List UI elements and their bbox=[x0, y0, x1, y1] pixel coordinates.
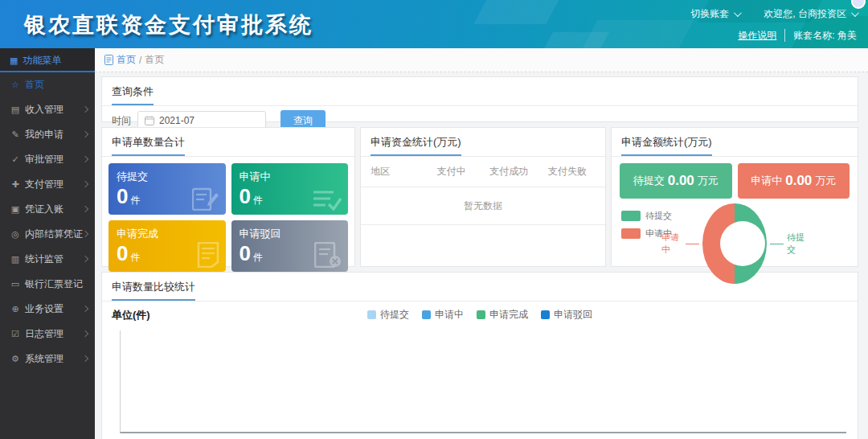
card-completed[interactable]: 申请完成 0件 bbox=[108, 220, 226, 272]
legend-swatch bbox=[541, 310, 550, 319]
calendar-icon bbox=[145, 116, 154, 125]
link-icon: ⊕ bbox=[10, 297, 21, 322]
sidebar-item-system-management[interactable]: ⚙系统管理 bbox=[0, 347, 95, 371]
time-label: 时间 bbox=[112, 114, 131, 128]
legend-swatch-red bbox=[621, 228, 641, 239]
table-header-row: 地区 支付中 支付成功 支付失败 bbox=[361, 157, 605, 187]
document-icon: ▤ bbox=[10, 97, 21, 122]
list-check-icon bbox=[313, 188, 342, 211]
donut-chart[interactable] bbox=[702, 203, 766, 284]
donut-callout-line bbox=[686, 244, 699, 244]
legend-item[interactable]: 申请驳回 bbox=[541, 308, 592, 322]
sidebar-item-business-settings[interactable]: ⊕业务设置 bbox=[0, 297, 95, 322]
sidebar: ▦功能菜单 ☆首页 ▤收入管理 ✎我的申请 ✓审批管理 ✚支付管理 ▣凭证入账 … bbox=[0, 48, 95, 439]
header-deco-shape bbox=[473, 0, 563, 24]
legend-item[interactable]: 申请完成 bbox=[477, 308, 528, 322]
chevron-right-icon bbox=[82, 306, 88, 312]
chevron-right-icon bbox=[82, 231, 88, 237]
col-success: 支付成功 bbox=[478, 165, 539, 178]
sidebar-item-home[interactable]: ☆首页 bbox=[0, 72, 95, 97]
sidebar-item-log-management[interactable]: ☑日志管理 bbox=[0, 322, 95, 347]
operation-guide-link[interactable]: 操作说明 bbox=[738, 29, 776, 43]
pending-amount-badge: 待提交0.00万元 bbox=[620, 163, 732, 199]
sidebar-item-internal-settlement[interactable]: ◎内部结算凭证 bbox=[0, 222, 95, 247]
comparison-chart-panel: 申请数量比较统计 单位(件) 待提交 申请中 申请完成 申请驳回 bbox=[101, 272, 858, 439]
chevron-right-icon bbox=[82, 106, 88, 113]
donut-label-right: 待提交 bbox=[787, 232, 808, 256]
funds-statistics-title: 申请资金统计(万元) bbox=[371, 135, 461, 156]
legend-swatch-green bbox=[621, 211, 641, 221]
sidebar-item-income[interactable]: ▤收入管理 bbox=[0, 97, 95, 122]
app-header: 银农直联资金支付审批系统 切换账套 欢迎您, 台商投资区 操作说明 账套名称: … bbox=[0, 0, 868, 48]
donut-label-left: 申请中 bbox=[661, 232, 682, 256]
app-title: 银农直联资金支付审批系统 bbox=[24, 10, 313, 39]
sidebar-item-statistics[interactable]: ▥统计监管 bbox=[0, 247, 95, 272]
chevron-right-icon bbox=[82, 181, 88, 187]
sidebar-item-payment[interactable]: ✚支付管理 bbox=[0, 172, 95, 197]
briefcase-icon: ▣ bbox=[10, 197, 21, 222]
card-rejected[interactable]: 申请驳回 0件 bbox=[231, 220, 349, 272]
empty-data-text: 暂无数据 bbox=[361, 187, 605, 225]
sidebar-menu-header[interactable]: ▦功能菜单 bbox=[0, 48, 95, 72]
amount-statistics-title: 申请金额统计(万元) bbox=[621, 135, 712, 156]
divider bbox=[784, 29, 785, 42]
application-count-title: 申请单数量合计 bbox=[112, 135, 185, 156]
document-icon bbox=[104, 55, 113, 65]
breadcrumb-home[interactable]: 首页 bbox=[117, 53, 136, 67]
chevron-right-icon bbox=[82, 206, 88, 212]
legend-swatch bbox=[422, 310, 431, 319]
legend-item[interactable]: 待提交 bbox=[367, 308, 409, 322]
sidebar-item-approval[interactable]: ✓审批管理 bbox=[0, 147, 95, 172]
application-count-panel: 申请单数量合计 待提交 0件 申请中 0件 bbox=[101, 127, 355, 267]
bar-chart-plot-area bbox=[120, 330, 846, 433]
legend-item[interactable]: 申请中 bbox=[422, 308, 464, 322]
grid-icon: ▦ bbox=[10, 55, 18, 65]
chevron-right-icon bbox=[82, 355, 88, 362]
switch-account-dropdown[interactable]: 切换账套 bbox=[690, 7, 729, 21]
chevron-down-icon bbox=[734, 9, 742, 17]
comparison-chart-title: 申请数量比较统计 bbox=[112, 280, 195, 301]
query-panel: 查询条件 时间 查询 bbox=[101, 76, 858, 122]
col-region: 地区 bbox=[371, 165, 424, 178]
breadcrumb-current: 首页 bbox=[145, 53, 164, 67]
donut-callout-line bbox=[770, 244, 784, 244]
card-icon: ▭ bbox=[10, 272, 21, 297]
chevron-right-icon bbox=[82, 330, 88, 337]
card-pending-submit[interactable]: 待提交 0件 bbox=[108, 163, 226, 215]
plus-icon: ✚ bbox=[10, 172, 21, 197]
card-in-progress[interactable]: 申请中 0件 bbox=[231, 163, 349, 215]
in-progress-amount-badge: 申请中0.00万元 bbox=[738, 163, 850, 199]
doc-edit-icon bbox=[192, 187, 219, 211]
chevron-right-icon bbox=[82, 131, 88, 137]
pencil-icon: ✎ bbox=[10, 122, 21, 147]
welcome-user-dropdown[interactable]: 欢迎您, 台商投资区 bbox=[764, 7, 846, 21]
legend-swatch bbox=[367, 310, 376, 319]
amount-statistics-panel: 申请金额统计(万元) 待提交0.00万元 申请中0.00万元 待提交 申请中 bbox=[611, 127, 858, 267]
main-content: 查询条件 时间 查询 申请单数量合计 待提交 0件 bbox=[95, 72, 868, 439]
account-name-text: 账套名称: 角美 bbox=[793, 29, 857, 43]
star-icon: ☆ bbox=[10, 72, 21, 97]
breadcrumb: 首页 / 首页 bbox=[95, 48, 868, 72]
chevron-right-icon bbox=[82, 256, 88, 262]
check-icon: ✓ bbox=[10, 147, 21, 172]
col-paying: 支付中 bbox=[424, 165, 478, 178]
bar-chart-icon: ▥ bbox=[10, 247, 21, 272]
sidebar-item-my-applications[interactable]: ✎我的申请 bbox=[0, 122, 95, 147]
header-deco-shape bbox=[540, 32, 609, 48]
document-icon bbox=[197, 242, 219, 268]
sidebar-item-voucher-entry[interactable]: ▣凭证入账 bbox=[0, 197, 95, 222]
target-icon: ◎ bbox=[10, 222, 21, 247]
time-input[interactable] bbox=[159, 115, 248, 126]
log-icon: ☑ bbox=[10, 322, 21, 347]
funds-statistics-panel: 申请资金统计(万元) 地区 支付中 支付成功 支付失败 暂无数据 bbox=[360, 127, 606, 267]
breadcrumb-separator: / bbox=[139, 55, 141, 66]
sidebar-item-bank-draft[interactable]: ▭银行汇票登记 bbox=[0, 272, 95, 297]
gear-icon: ⚙ bbox=[10, 347, 21, 371]
bar-chart-legend: 待提交 申请中 申请完成 申请驳回 bbox=[102, 308, 858, 322]
query-panel-title: 查询条件 bbox=[112, 84, 154, 105]
doc-reject-icon bbox=[314, 242, 342, 268]
legend-swatch bbox=[477, 310, 485, 319]
col-failed: 支付失败 bbox=[539, 165, 596, 178]
chevron-right-icon bbox=[82, 156, 88, 162]
